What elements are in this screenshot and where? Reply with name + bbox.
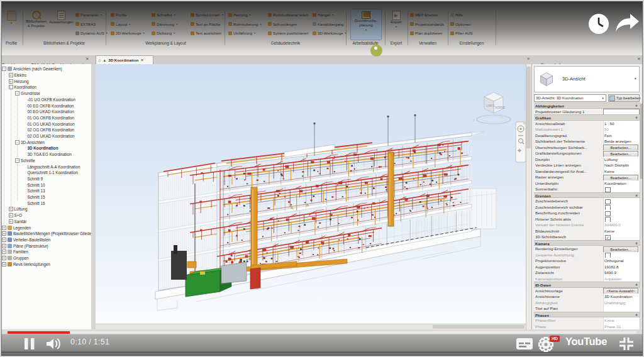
tree-item[interactable]: +S+D — [9, 212, 22, 219]
property-row[interactable]: KamerapositionAnpassen — [534, 276, 640, 282]
tree-expand-icon[interactable]: – — [2, 67, 6, 71]
tree-expand-icon[interactable]: – — [15, 158, 19, 163]
tree-item[interactable]: +Familien — [2, 249, 28, 255]
ribbon-item-schussl-ngen[interactable]: Schusslängen — [268, 20, 297, 28]
tree-item[interactable]: +Elektro — [9, 72, 27, 79]
ribbon-item-heizung[interactable]: Heizung▾ — [228, 11, 250, 19]
property-row[interactable]: PhasePhase 01 — [534, 324, 640, 330]
tab-list-icon[interactable]: ≡ — [527, 57, 530, 61]
ribbon-item-kanal-bergang[interactable]: Kanalübergang — [313, 20, 343, 28]
ribbon-button-profile[interactable]: ▾ — [3, 9, 19, 39]
property-row[interactable]: Versatz der hinteren Grenze304800.0 — [534, 222, 640, 228]
youtube-logo[interactable]: YouTube — [565, 336, 607, 348]
property-row[interactable]: Zuschneidebereich sichtbar — [534, 204, 640, 211]
property-row[interactable]: 3D-Schnittbereich✓ — [534, 234, 640, 240]
ribbon-item-plan-duplizieren[interactable]: Plan duplizieren — [410, 29, 442, 37]
property-row[interactable]: BildausschnittKeine — [534, 228, 640, 234]
property-row[interactable]: Gesperrte Ausrichtung — [534, 252, 640, 258]
property-row[interactable]: Augenposition19182.8 — [534, 264, 640, 270]
property-row[interactable]: UnterdisziplinKoordination — [534, 180, 640, 187]
progress-bar-track[interactable] — [8, 331, 636, 334]
tree-item[interactable]: 01 OG OKFB Koordination — [22, 115, 75, 121]
ribbon-button-bibliotheken[interactable]: Bibliotheken& Projekte — [25, 9, 48, 39]
tree-expand-icon[interactable]: + — [2, 256, 6, 260]
tab-3d-koordination[interactable]: ⌂ ▲ 3D Koordination ✕ — [96, 55, 153, 64]
tree-expand-icon[interactable]: + — [9, 79, 13, 84]
ribbon-item-text-ausrichten[interactable]: Text ausrichten — [191, 29, 221, 37]
tree-expand-icon[interactable]: + — [2, 226, 6, 230]
property-row[interactable]: Ansichtsname3D Koordination — [534, 294, 640, 300]
ribbon-item-filter-aus[interactable]: Filter AUS — [450, 29, 472, 37]
tree-item[interactable]: +Sanitär — [9, 219, 27, 225]
property-row[interactable]: Raster anzeigenBearbeiten... — [534, 174, 640, 180]
property-row[interactable]: Rendering-EinstellungenBearbeiten... — [534, 246, 640, 252]
tree-item[interactable]: –Koordination — [9, 84, 36, 91]
property-row[interactable]: Zielansicht6490.9 — [534, 270, 640, 276]
splitter[interactable] — [91, 64, 96, 329]
subtitles-icon[interactable] — [516, 338, 533, 350]
tree-item[interactable]: +Lüftung — [9, 206, 28, 212]
ribbon-item-text-an-fl-che[interactable]: Text an Fläche — [191, 20, 221, 28]
tree-item[interactable]: –Grundrisse — [15, 91, 40, 97]
property-row[interactable]: Maßstabswert 1:50 — [534, 126, 640, 133]
viewport-scrollbar-thumb[interactable] — [526, 67, 531, 148]
property-row[interactable]: Titel auf Plan — [534, 305, 640, 312]
ribbon-item-umfahrung[interactable]: Umfahrung▾ — [228, 29, 255, 37]
ribbon-item-h-nger[interactable]: Hänger▾ — [313, 11, 333, 19]
tree-expand-icon[interactable]: + — [9, 73, 13, 77]
tree-item[interactable]: Querschnitt 1-1 Koordination — [22, 170, 78, 176]
property-row[interactable]: Hinterer Schnitt aktiv — [534, 216, 640, 222]
type-combobox[interactable]: 3D-Ansicht: 3D Koordination ▼ — [534, 94, 606, 102]
pause-button[interactable] — [23, 337, 36, 351]
tree-item[interactable]: 01 OG UKAD Koordination — [22, 121, 75, 127]
volume-icon[interactable] — [45, 337, 62, 351]
ribbon-item-rohrisolierung[interactable]: Rohrisolierung▾ — [228, 20, 261, 28]
tree-item[interactable]: +Gruppen — [2, 255, 29, 261]
tree-expand-icon[interactable]: + — [2, 238, 6, 242]
tree-item[interactable]: +Pläne (Planstruktur) — [2, 243, 48, 249]
ribbon-item-schraffur[interactable]: Schraffur▾ — [152, 11, 175, 19]
ribbon-item-system-positionieren[interactable]: System positionieren — [268, 29, 309, 37]
ribbon-item-rohr-luftkanal-teilen[interactable]: Rohr/Luftkanal teilen — [268, 11, 308, 19]
ribbon-item-mep-ebenen[interactable]: MEP-Ebenen — [410, 11, 438, 19]
properties-scrollbar-thumb[interactable] — [640, 104, 643, 179]
tree-item[interactable]: +Bauteillisten/Mengen (Projektbrowser Gl… — [2, 231, 92, 237]
ribbon-item-hilfe[interactable]: Hilfe — [450, 11, 463, 19]
property-row[interactable]: Ansichtsvorlage<Keine Auswahl> — [534, 288, 640, 294]
property-row[interactable]: Projektbrowser Gliederung 1 — [534, 109, 640, 115]
ribbon-button-export[interactable]: Export▾ — [387, 9, 405, 39]
property-row[interactable]: ProjektionsmodusOrthogonal — [534, 258, 640, 264]
tree-expand-icon[interactable]: + — [2, 262, 6, 266]
property-row[interactable]: DetaillierungsgradFein — [534, 133, 640, 139]
ribbon-item-parameter[interactable]: Parameter▾ — [75, 11, 102, 19]
type-selector[interactable]: 3D-Ansicht ▼ — [534, 66, 640, 92]
ribbon-item-3d-werkzeuge[interactable]: 3D-Werkzeuge▾ — [313, 29, 347, 37]
tree-item[interactable]: Schnitt 10 — [22, 182, 45, 188]
tree-expand-icon[interactable]: + — [9, 219, 13, 224]
tree-item[interactable]: 00 EG OKFB Koordination — [22, 102, 74, 109]
tree-item[interactable]: Schnitt 9 — [22, 176, 43, 182]
tab-close-icon[interactable]: ✕ — [140, 58, 143, 63]
tree-item[interactable]: –Ansichten (nach Gewerken) — [2, 66, 62, 72]
tree-item[interactable]: +Heizung — [9, 78, 29, 84]
property-row[interactable]: Ansichtsmaßstab1 : 50 — [534, 121, 640, 127]
property-row[interactable]: AbhängigkeitUnabhängig — [534, 300, 640, 306]
property-row[interactable]: Beschriftung zuschneiden — [534, 210, 640, 216]
exit-fullscreen-icon[interactable] — [619, 337, 634, 351]
ribbon-item-extras[interactable]: EXTRAS — [75, 20, 96, 28]
tree-expand-icon[interactable]: + — [2, 231, 6, 236]
ribbon-item-dynamic-aus[interactable]: Dynamic AUS▾ — [75, 29, 108, 37]
project-browser-close-icon[interactable]: ✕ — [86, 57, 89, 62]
tree-item[interactable]: +Verteiler-Bauteillisten — [2, 237, 50, 243]
tree-item[interactable]: 02 OG OKFB Koordination — [22, 127, 75, 133]
tree-item[interactable]: -01 UG OKFB Koordination — [22, 97, 75, 103]
tree-item[interactable]: 3D Koordination — [22, 145, 58, 151]
property-row[interactable]: Verdeckte Linien anzeigenNach Disziplin — [534, 162, 640, 168]
tree-item[interactable]: Längsschnitt A-A Koordination — [22, 163, 80, 170]
properties-close-icon[interactable]: ✕ — [637, 57, 640, 62]
ribbon-item-2d-werkzeuge[interactable]: 2D-Werkzeuge▾ — [111, 29, 145, 37]
property-row[interactable]: Überschreibungen Sichtbark...Bearbeiten.… — [534, 145, 640, 151]
tree-item[interactable]: 3D TGA EG Koordination — [22, 151, 72, 158]
ribbon-button-auswertungen[interactable]: Auswertungen — [48, 9, 74, 39]
tree-item[interactable]: Schnitt 13 — [22, 188, 45, 194]
